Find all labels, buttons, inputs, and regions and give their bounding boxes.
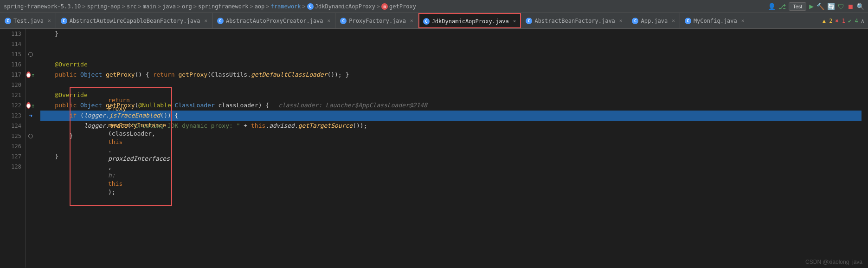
tab-bar: C Test.java × C AbstractAutowireCapableB…	[0, 13, 868, 29]
tab-app[interactable]: C App.java ×	[627, 13, 680, 28]
update-button[interactable]: 🔄	[827, 3, 835, 10]
method-icon: m	[381, 3, 388, 10]
breakpoint-117: ⬤	[26, 72, 31, 78]
breadcrumb-toolbar-bar: spring-framework-5.3.10 > spring-aop > s…	[0, 0, 868, 13]
gutter-121	[26, 90, 35, 100]
up-arrow-122: ↑	[32, 102, 35, 109]
editor-area[interactable]: 113 114 115 116 117 120 121 122 123 124 …	[0, 29, 868, 268]
tab-icon-test: C	[5, 18, 11, 24]
tab-test[interactable]: C Test.java ×	[0, 13, 56, 28]
code-line-116: @Override	[40, 59, 862, 70]
gutter-113	[26, 29, 35, 39]
tab-close-proxy-factory[interactable]: ×	[410, 18, 413, 24]
tab-abstract-auto-proxy[interactable]: C AbstractAutoProxyCreator.java ×	[212, 13, 335, 28]
tab-close-jdk-dynamic[interactable]: ×	[513, 18, 516, 24]
search-button[interactable]: 🔍	[856, 3, 864, 10]
tab-icon-abstract-auto-proxy: C	[217, 18, 224, 24]
code-line-114	[40, 39, 862, 49]
tab-icon-myconfig: C	[685, 18, 691, 24]
tab-jdk-dynamic[interactable]: C JdkDynamicAopProxy.java ×	[418, 13, 521, 28]
gutter-127	[26, 151, 35, 162]
code-line-115	[40, 49, 862, 59]
tab-proxy-factory[interactable]: C ProxyFactory.java ×	[335, 13, 418, 28]
gutter-115	[26, 49, 35, 59]
gutter-128	[26, 162, 35, 172]
line-numbers: 113 114 115 116 117 120 121 122 123 124 …	[0, 29, 26, 268]
code-line-127: }	[40, 151, 862, 162]
toolbar-right: 👤 ⎇ Test ▶ 🔨 🔄 🛡 ⏹ 🔍	[768, 2, 864, 11]
stop-button[interactable]: ⏹	[847, 3, 854, 10]
tab-icon-abstract-bean: C	[526, 18, 532, 24]
gutter-125	[26, 131, 35, 141]
bookmark-icon	[28, 52, 33, 57]
gutter-120	[26, 80, 35, 90]
expand-button[interactable]: ∧	[861, 18, 864, 24]
tab-icon-app: C	[632, 18, 638, 24]
gutter-117: ⬤ ↑	[26, 70, 35, 80]
tab-icon-abstract-autowire: C	[61, 18, 67, 24]
error-count: ✖ 1	[835, 18, 845, 24]
warning-count: ▲ 2	[823, 18, 833, 24]
gutter-124	[26, 121, 35, 131]
code-line-113: }	[40, 29, 862, 39]
status-indicators: ▲ 2 ✖ 1 ✔ 4 ∧	[823, 13, 868, 28]
tab-abstract-autowire[interactable]: C AbstractAutowireCapableBeanFactory.jav…	[56, 13, 212, 28]
editor-main: 113 114 115 116 117 120 121 122 123 124 …	[0, 29, 868, 268]
tab-close-myconfig[interactable]: ×	[741, 18, 745, 24]
test-config-button[interactable]: Test	[789, 2, 806, 11]
ok-count: ✔ 4	[848, 18, 858, 24]
tab-close-abstract-auto-proxy[interactable]: ×	[328, 18, 331, 24]
code-line-126: return Proxy . newProxyInstance (classLo…	[40, 141, 862, 151]
tab-icon-jdk-dynamic: C	[423, 18, 430, 25]
gutter-114	[26, 39, 35, 49]
right-scrollbar[interactable]	[862, 29, 868, 268]
run-button[interactable]: ▶	[809, 2, 814, 11]
return-statement-box: return Proxy . newProxyInstance (classLo…	[70, 87, 172, 206]
watermark: CSDN @xiaolong_java	[805, 259, 862, 265]
user-icon[interactable]: 👤	[768, 3, 776, 10]
gutter-116	[26, 59, 35, 70]
code-line-128	[40, 162, 862, 172]
gutter-123: ➜	[26, 111, 35, 121]
tab-myconfig[interactable]: C MyConfig.java ×	[680, 13, 750, 28]
tab-close-abstract-autowire[interactable]: ×	[204, 18, 207, 24]
tab-close-test[interactable]: ×	[48, 18, 51, 24]
code-line-117: public Object getProxy () { return getPr…	[40, 70, 862, 80]
breadcrumb: spring-framework-5.3.10 > spring-aop > s…	[4, 3, 416, 10]
gutter-126	[26, 141, 35, 151]
tab-close-app[interactable]: ×	[672, 18, 675, 24]
class-icon: C	[307, 3, 314, 10]
gutter-122: ⬤ ↑	[26, 100, 35, 111]
gutter: ⬤ ↑ ⬤ ↑ ➜	[26, 29, 36, 268]
up-arrow-117: ↑	[32, 72, 35, 78]
breakpoint-122: ⬤	[26, 102, 31, 109]
tab-icon-proxy-factory: C	[340, 18, 347, 24]
exec-arrow-123: ➜	[29, 112, 32, 119]
bookmark-125	[28, 134, 33, 138]
tab-close-abstract-bean[interactable]: ×	[619, 18, 623, 24]
code-content[interactable]: } @Override public Object getProxy () { …	[36, 29, 862, 268]
vcs-icon[interactable]: ⎇	[778, 3, 786, 10]
tab-abstract-bean[interactable]: C AbstractBeanFactory.java ×	[521, 13, 627, 28]
coverage-button[interactable]: 🛡	[838, 3, 844, 10]
build-button[interactable]: 🔨	[817, 3, 824, 10]
